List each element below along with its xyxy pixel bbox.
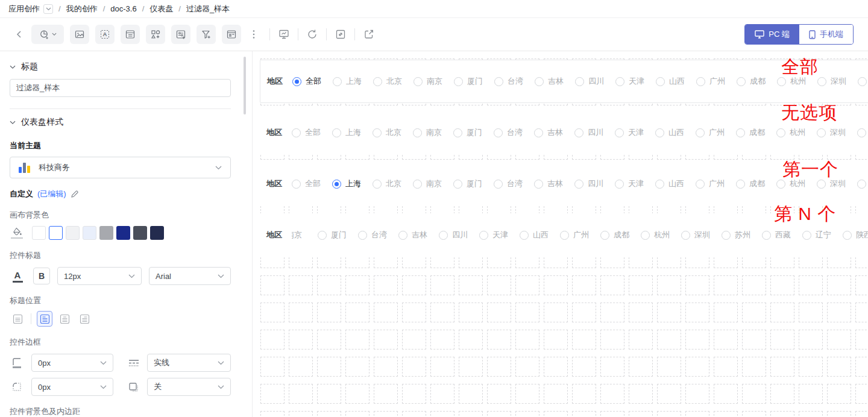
more-tools-button[interactable] (247, 25, 260, 44)
font-size-select[interactable]: 12px (57, 267, 142, 285)
radio-option[interactable]: 陕西 (843, 230, 868, 240)
canvas-bg-swatch[interactable] (116, 226, 130, 240)
radio-option[interactable]: 上海 (333, 76, 362, 87)
font-family-select[interactable]: Arial (149, 267, 231, 285)
radio-option[interactable]: 台湾 (494, 76, 523, 87)
title-section-header[interactable]: 标题 (10, 61, 231, 72)
radio-option[interactable]: 南京 (413, 178, 442, 189)
radio-option[interactable]: 南京 (414, 76, 442, 87)
filter-widget[interactable]: 地区全部上海北京南京厦门台湾吉林四川天津山西广州成都杭州深圳苏州西藏辽宁 (260, 162, 868, 205)
title-right-option[interactable] (77, 311, 92, 327)
radio-option[interactable]: 西藏 (762, 230, 791, 240)
radio-option[interactable]: 四川 (574, 178, 603, 189)
radio-option[interactable]: 吉林 (534, 178, 563, 189)
radio-option[interactable]: 厦门 (454, 76, 483, 87)
radio-option[interactable]: 天津 (615, 178, 644, 189)
radio-option[interactable]: 全部 (292, 178, 321, 189)
radio-option[interactable]: 北京 (373, 76, 402, 87)
radio-option[interactable]: 成都 (600, 230, 629, 240)
radio-option[interactable]: 吉林 (398, 230, 427, 240)
radio-option[interactable]: 苏州 (722, 230, 750, 240)
radio-option[interactable]: 苏州 (857, 127, 868, 138)
radio-option[interactable]: 深圳 (817, 76, 846, 87)
radio-option[interactable]: 南京 (292, 230, 306, 240)
canvas-bg-swatch[interactable] (83, 226, 96, 240)
radio-option[interactable]: 四川 (439, 230, 468, 240)
title-center-option[interactable] (57, 311, 72, 327)
fullscreen-button[interactable] (335, 28, 347, 40)
radio-option[interactable]: 厦门 (453, 178, 482, 189)
paint-bucket-icon[interactable] (10, 227, 24, 239)
add-form-button[interactable] (121, 25, 140, 44)
radio-option[interactable]: 山西 (656, 76, 685, 87)
radio-option[interactable]: 广州 (696, 127, 725, 138)
filter-widget[interactable]: 地区全部上海北京南京厦门台湾吉林四川天津山西广州成都杭州深圳苏州西藏辽宁 (260, 60, 868, 103)
title-hidden-option[interactable] (10, 311, 25, 327)
radio-option[interactable]: 广州 (696, 76, 725, 87)
refresh-button[interactable] (306, 28, 318, 40)
radio-option[interactable]: 上海 (332, 178, 361, 189)
radio-option[interactable]: 山西 (655, 127, 684, 138)
canvas-bg-swatch[interactable] (49, 226, 63, 240)
radio-option[interactable]: 广州 (696, 178, 725, 189)
radio-option[interactable]: 天津 (615, 127, 644, 138)
add-component-button[interactable] (146, 25, 165, 44)
add-chart-button[interactable] (31, 25, 64, 44)
radio-option[interactable]: 四川 (575, 76, 604, 87)
radio-option[interactable]: 全部 (292, 127, 321, 138)
radio-option[interactable]: 上海 (332, 127, 361, 138)
radio-option[interactable]: 深圳 (817, 127, 846, 138)
add-container-button[interactable] (222, 25, 241, 44)
radio-option[interactable]: 北京 (373, 178, 401, 189)
theme-select[interactable]: 科技商务 (10, 157, 231, 178)
dashboard-title-input[interactable] (10, 79, 231, 97)
shadow-select[interactable]: 关 (147, 378, 231, 396)
font-color-button[interactable]: A (10, 270, 25, 283)
sidebar-scrollbar[interactable] (244, 57, 246, 114)
add-filter-button[interactable] (197, 25, 216, 44)
radio-option[interactable]: 成都 (736, 178, 765, 189)
canvas-bg-swatch[interactable] (133, 226, 147, 240)
radio-option[interactable]: 成都 (736, 127, 765, 138)
breadcrumb-item-my-creations[interactable]: 我的创作 (66, 4, 98, 14)
radio-option[interactable]: 北京 (373, 127, 401, 138)
breadcrumb-dropdown-toggle[interactable] (43, 4, 53, 14)
bold-button[interactable]: B (33, 268, 50, 284)
canvas-bg-swatch[interactable] (99, 226, 113, 240)
canvas-bg-swatch[interactable] (32, 226, 46, 240)
add-image-button[interactable] (70, 25, 89, 44)
style-section-header[interactable]: 仪表盘样式 (10, 117, 231, 128)
radio-option[interactable]: 四川 (574, 127, 603, 138)
radio-option[interactable]: 厦门 (318, 230, 347, 240)
breadcrumb-item-app[interactable]: 应用创作 (8, 4, 40, 14)
radio-option[interactable]: 南京 (413, 127, 442, 138)
present-button[interactable] (278, 28, 290, 40)
radio-option[interactable]: 台湾 (358, 230, 387, 240)
radio-option[interactable]: 天津 (479, 230, 508, 240)
dashboard-canvas[interactable]: 地区全部上海北京南京厦门台湾吉林四川天津山西广州成都杭州深圳苏州西藏辽宁地区全部… (253, 51, 868, 417)
add-control-button[interactable] (171, 25, 190, 44)
share-button[interactable] (363, 28, 375, 40)
radio-option[interactable]: 辽宁 (802, 230, 831, 240)
filter-widget[interactable]: 地区全部上海北京南京厦门台湾吉林四川天津山西广州成都杭州深圳苏州西藏辽宁 (260, 111, 868, 154)
radio-option[interactable]: 山西 (655, 178, 684, 189)
radio-option[interactable]: 成都 (737, 76, 766, 87)
edit-theme-button[interactable] (71, 190, 79, 198)
title-left-option[interactable] (37, 311, 52, 327)
border-radius-select[interactable]: 0px (31, 378, 113, 396)
canvas-bg-swatch[interactable] (150, 226, 164, 240)
radio-option[interactable]: 厦门 (453, 127, 482, 138)
radio-option[interactable]: 台湾 (494, 127, 523, 138)
border-style-select[interactable]: 实线 (147, 354, 231, 372)
radio-option[interactable]: 全部 (292, 76, 321, 87)
radio-option[interactable]: 广州 (560, 230, 589, 240)
mobile-view-button[interactable]: 手机端 (799, 25, 853, 44)
canvas-bg-swatch[interactable] (66, 226, 80, 240)
radio-option[interactable]: 吉林 (534, 127, 563, 138)
radio-option[interactable]: 苏州 (857, 178, 868, 189)
radio-option[interactable]: 天津 (615, 76, 644, 87)
radio-option[interactable]: 吉林 (535, 76, 564, 87)
radio-option[interactable]: 杭州 (776, 127, 805, 138)
add-text-button[interactable]: A (95, 25, 115, 44)
radio-option[interactable]: 苏州 (858, 76, 868, 87)
